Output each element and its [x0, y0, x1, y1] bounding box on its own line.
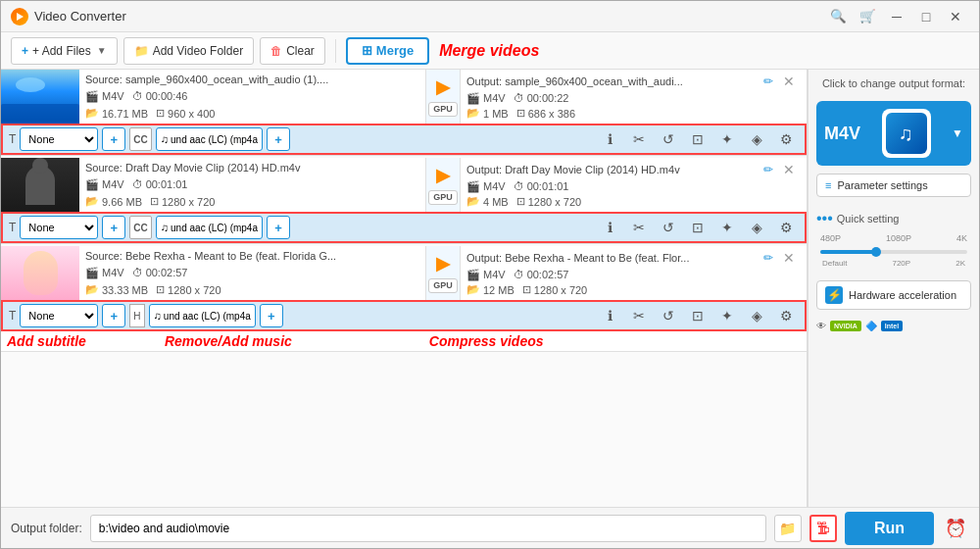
timer-button[interactable]: ⏰ — [942, 515, 969, 542]
toolbar: + + Add Files ▼ 📁 Add Video Folder 🗑 Cle… — [1, 32, 979, 70]
ocean-audio-select[interactable]: ♫ und aac (LC) (mp4a — [156, 127, 263, 151]
format-box[interactable]: M4V ♫ ▼ — [816, 101, 971, 166]
hw-accel-section: ⚡ Hardware acceleration — [816, 280, 971, 310]
ocean-audio-add-button[interactable]: + — [267, 127, 290, 151]
bebe-cut-button[interactable]: ✂ — [626, 303, 652, 328]
bebe-subtitle-add-button[interactable]: + — [102, 304, 125, 327]
ocean-crop-button[interactable]: ⊡ — [685, 126, 710, 152]
folder-size-icon2: 📂 — [85, 195, 99, 208]
movie-audio-select[interactable]: ♫ und aac (LC) (mp4a — [156, 216, 263, 239]
movie-cc-button[interactable]: CC — [129, 216, 151, 239]
bebe-info-button[interactable]: ℹ — [597, 303, 622, 328]
ocean-subtitle-select[interactable]: None — [20, 127, 98, 151]
arrow-right-icon: ▶ — [436, 76, 450, 98]
toolbar-separator — [335, 39, 336, 63]
movie-output-info: Output: Draft Day Movie Clip (2014) HD.m… — [461, 158, 807, 212]
movie-output-name: Output: Draft Day Movie Clip (2014) HD.m… — [466, 164, 680, 175]
movie-subtitle-add-button[interactable]: + — [102, 216, 125, 239]
movie-subtitle-select[interactable]: None — [20, 216, 98, 239]
label-default: Default — [822, 259, 847, 268]
bebe-settings-button[interactable]: ⚙ — [773, 303, 799, 328]
ocean-close-button[interactable]: ✕ — [777, 74, 801, 89]
movie-cut-button[interactable]: ✂ — [626, 215, 652, 240]
movie-settings-button[interactable]: ⚙ — [773, 215, 799, 240]
quality-slider-container: 480P 1080P 4K Default 720P 2K — [816, 233, 971, 268]
movie-out-size: 📂 4 MB — [466, 195, 509, 208]
movie-out-format: 🎬 M4V — [466, 180, 506, 193]
hw-accel-icon: ⚡ — [825, 286, 843, 304]
ocean-effect-button[interactable]: ✦ — [714, 126, 740, 152]
movie-crop-button[interactable]: ⊡ — [685, 215, 710, 240]
ocean-info-button[interactable]: ℹ — [597, 126, 622, 152]
cart-button[interactable]: 🛒 — [854, 6, 881, 27]
ocean-cc-button[interactable]: CC — [129, 127, 151, 151]
movie-info-button[interactable]: ℹ — [597, 215, 622, 240]
folder-size-icon: 📂 — [85, 107, 99, 120]
bebe-subtitle-select[interactable]: None — [20, 304, 98, 327]
movie-effect-button[interactable]: ✦ — [714, 215, 740, 240]
bebe-edit-button[interactable]: ✏ — [760, 251, 777, 265]
clock-icon: ⏱ — [132, 90, 143, 102]
bebe-watermark-button[interactable]: ◈ — [744, 303, 769, 328]
merge-button[interactable]: ⊞ Merge — [346, 37, 429, 65]
browse-folder-button[interactable]: 📁 — [774, 515, 802, 542]
movie-edit-button[interactable]: ✏ — [760, 163, 777, 176]
bebe-source-info: Source: Bebe Rexha - Meant to Be (feat. … — [79, 246, 425, 300]
clear-button[interactable]: 🗑 Clear — [260, 37, 325, 65]
search-button[interactable]: 🔍 — [824, 6, 852, 27]
quality-slider-track[interactable] — [820, 245, 967, 259]
ocean-out-dims: ⊡ 686 x 386 — [516, 107, 575, 120]
bebe-audio-label: und aac (LC) (mp4a — [164, 311, 251, 322]
output-folder-input[interactable] — [90, 515, 766, 542]
music-icon: ♫ — [161, 133, 169, 145]
bebe-out-duration: ⏱ 00:02:57 — [514, 269, 569, 280]
format-dropdown-arrow[interactable]: ▼ — [952, 126, 963, 140]
bebe-close-button[interactable]: ✕ — [777, 250, 801, 266]
format-icon3: 🎬 — [85, 267, 99, 279]
maximize-button[interactable]: □ — [912, 6, 940, 27]
run-button[interactable]: Run — [845, 512, 934, 545]
subtitle-icon3: T — [9, 309, 16, 323]
thumb-movie — [1, 158, 79, 212]
bebe-audio-add-button[interactable]: + — [260, 304, 283, 327]
movie-close-button[interactable]: ✕ — [777, 162, 801, 177]
ocean-info-wrapper: Source: sample_960x400_ocean_with_audio … — [79, 70, 807, 124]
bebe-audio-select[interactable]: ♫ und aac (LC) (mp4a — [149, 304, 256, 327]
movie-rotate-button[interactable]: ↺ — [656, 215, 681, 240]
clear-label: Clear — [286, 44, 315, 58]
quality-bottom-labels: Default 720P 2K — [820, 259, 967, 268]
ocean-settings-button[interactable]: ⚙ — [773, 126, 799, 152]
movie-audio-add-button[interactable]: + — [267, 216, 290, 239]
out-format-icon3: 🎬 — [466, 269, 480, 281]
ocean-rotate-button[interactable]: ↺ — [656, 126, 681, 152]
minimize-button[interactable]: ─ — [883, 6, 910, 27]
movie-watermark-button[interactable]: ◈ — [744, 215, 769, 240]
ocean-watermark-button[interactable]: ◈ — [744, 126, 769, 152]
ocean-action-icons: ℹ ✂ ↺ ⊡ ✦ ◈ ⚙ — [597, 126, 799, 152]
ocean-subtitle-add-button[interactable]: + — [102, 127, 125, 151]
compress-button[interactable]: 🗜 — [809, 515, 837, 542]
compress-annotation: Compress videos — [429, 333, 544, 349]
subtitle-icon: T — [9, 132, 16, 146]
bebe-effect-button[interactable]: ✦ — [714, 303, 740, 328]
slider-thumb[interactable] — [871, 247, 881, 257]
close-button[interactable]: ✕ — [942, 6, 969, 27]
bebe-cc-button[interactable]: H — [129, 304, 144, 327]
hw-accel-label: Hardware acceleration — [849, 289, 962, 301]
ocean-cut-button[interactable]: ✂ — [626, 126, 652, 152]
ocean-edit-button[interactable]: ✏ — [760, 75, 777, 88]
add-folder-button[interactable]: 📁 Add Video Folder — [123, 37, 255, 65]
trash-icon: 🗑 — [270, 44, 282, 58]
app-title: Video Converter — [34, 9, 126, 24]
add-files-button[interactable]: + + Add Files ▼ — [11, 37, 118, 65]
out-clock-icon2: ⏱ — [514, 180, 524, 192]
bebe-crop-button[interactable]: ⊡ — [685, 303, 710, 328]
movie-controls-bar: T None + CC ♫ und aac (LC) (mp4a + ℹ ✂ — [1, 212, 807, 243]
intel-logo: Intel — [881, 321, 903, 331]
track-fill — [820, 250, 879, 254]
bebe-output-info: Output: Bebe Rexha - Meant to Be (feat. … — [461, 246, 807, 300]
param-settings-button[interactable]: ≡ Parameter settings — [816, 174, 971, 197]
add-subtitle-annotation: Add subtitle — [7, 333, 86, 349]
ocean-source-row2: 📂 16.71 MB ⊡ 960 x 400 — [85, 107, 419, 120]
bebe-rotate-button[interactable]: ↺ — [656, 303, 681, 328]
